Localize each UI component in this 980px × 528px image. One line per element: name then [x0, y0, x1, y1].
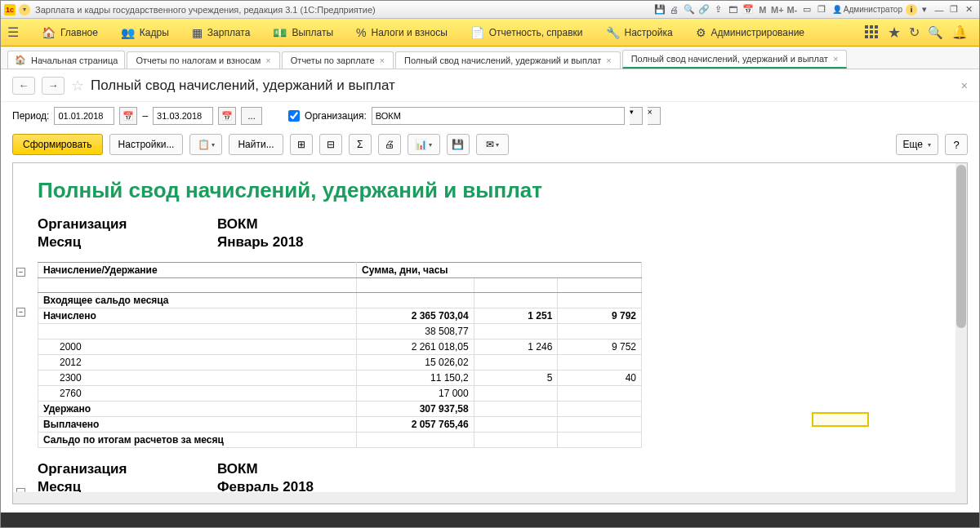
calc-icon[interactable]: 🗔 — [726, 3, 741, 16]
doc-icon: 📄 — [470, 26, 484, 39]
filters-row: Период: 📅 – 📅 ... Организация: ▾ × — [1, 102, 979, 130]
date-from-input[interactable] — [54, 107, 114, 125]
org-input[interactable] — [372, 107, 625, 125]
table-row: 38 508,77 — [38, 324, 642, 339]
apps-grid-icon[interactable] — [865, 25, 880, 40]
collapse-tree-icon[interactable]: ⊟ — [319, 134, 342, 155]
chart-dropdown[interactable]: 📊▾ — [408, 134, 440, 155]
period-label: Период: — [12, 110, 49, 122]
tree-collapse-1[interactable]: − — [16, 268, 25, 277]
table-row: 276017 000 — [38, 386, 642, 402]
minimize-icon[interactable]: — — [932, 3, 947, 16]
table-row: 20002 261 018,051 2469 752 — [38, 339, 642, 355]
print-button[interactable]: 🖨 — [378, 134, 401, 155]
search-icon[interactable]: 🔍 — [682, 3, 697, 16]
tab-0[interactable]: Отчеты по налогам и взносам× — [127, 51, 279, 69]
help-button[interactable]: ? — [945, 134, 968, 155]
info-icon[interactable]: i — [906, 4, 917, 16]
table-row: 201215 026,02 — [38, 355, 642, 370]
user-label[interactable]: 👤Администратор — [829, 5, 906, 14]
settings-button[interactable]: Настройки... — [109, 134, 184, 155]
window-icon[interactable]: ▭ — [800, 3, 814, 16]
favorite-star-icon[interactable]: ☆ — [71, 77, 84, 95]
menu-admin[interactable]: ⚙Администрирование — [684, 19, 816, 47]
maximize-icon[interactable]: ❐ — [947, 3, 961, 16]
bell-icon[interactable]: 🔔 — [951, 24, 968, 40]
calendar-icon[interactable]: 📅 — [741, 3, 755, 16]
upload-icon[interactable]: ⇪ — [711, 3, 726, 16]
date-from-picker[interactable]: 📅 — [119, 107, 137, 125]
vertical-scrollbar[interactable] — [956, 163, 967, 504]
m-minus-button[interactable]: M- — [785, 3, 800, 16]
toolbar: Сформировать Настройки... 📋▾ Найти... ⊞ … — [1, 130, 979, 159]
generate-button[interactable]: Сформировать — [12, 134, 103, 155]
menu-salary[interactable]: ▦Зарплата — [180, 19, 262, 47]
selected-cell[interactable] — [812, 412, 869, 427]
menu-reports[interactable]: 📄Отчетность, справки — [459, 19, 595, 47]
home-icon: 🏠 — [42, 26, 56, 39]
report-title: Полный свод начислений, удержаний и выпл… — [38, 178, 942, 203]
save-icon[interactable]: 💾 — [653, 3, 667, 16]
mail-dropdown[interactable]: ✉▾ — [476, 134, 509, 155]
menu-staff[interactable]: 👥Кадры — [109, 19, 180, 47]
tab-home[interactable]: 🏠Начальная страница — [7, 51, 125, 69]
tab-close-3[interactable]: × — [833, 54, 838, 64]
find-button[interactable]: Найти... — [229, 134, 283, 155]
tab-2[interactable]: Полный свод начислений, удержаний и выпл… — [395, 51, 621, 69]
search-menu-icon[interactable]: 🔍 — [928, 25, 943, 40]
org-clear[interactable]: × — [648, 107, 661, 125]
table-icon: ▦ — [192, 26, 203, 39]
menu-settings[interactable]: 🔧Настройка — [595, 19, 684, 47]
month-meta-value: Январь 2018 — [217, 234, 304, 251]
footer-bar — [1, 512, 979, 527]
nav-back-button[interactable]: ← — [12, 77, 35, 95]
app-icon: 1c — [4, 4, 16, 16]
org-dropdown[interactable]: ▾ — [630, 107, 643, 125]
star-icon[interactable]: ★ — [888, 24, 901, 42]
table-row: 230011 150,2540 — [38, 370, 642, 386]
tab-close-1[interactable]: × — [380, 55, 385, 65]
windows-icon[interactable]: ❐ — [814, 3, 829, 16]
period-more-button[interactable]: ... — [241, 107, 262, 125]
tabs-bar: 🏠Начальная страница Отчеты по налогам и … — [1, 47, 979, 69]
more-button[interactable]: Еще▾ — [896, 134, 938, 155]
page-title: Полный свод начислений, удержаний и выпл… — [91, 78, 395, 94]
month-meta-label: Месяц — [38, 234, 217, 251]
tab-3[interactable]: Полный свод начислений, удержаний и выпл… — [622, 50, 848, 69]
table-row: Сальдо по итогам расчетов за месяц — [38, 433, 642, 448]
page-close-icon[interactable]: × — [961, 79, 968, 92]
date-to-picker[interactable]: 📅 — [218, 107, 236, 125]
people-icon: 👥 — [121, 26, 135, 39]
org-label: Организация: — [305, 110, 367, 122]
nav-fwd-button[interactable]: → — [42, 77, 65, 95]
menu-main[interactable]: 🏠Главное — [30, 19, 109, 47]
org-meta-label-2: Организация — [38, 461, 217, 477]
app-menu-dropdown[interactable]: ▾ — [19, 4, 30, 16]
menu-payments[interactable]: 💵Выплаты — [261, 19, 345, 47]
horizontal-scrollbar[interactable] — [13, 492, 956, 504]
tab-1[interactable]: Отчеты по зарплате× — [282, 51, 394, 69]
tab-close-0[interactable]: × — [265, 55, 270, 65]
org-checkbox[interactable] — [288, 110, 300, 122]
info-dropdown[interactable]: ▾ — [917, 3, 932, 16]
gear-icon: ⚙ — [696, 26, 706, 39]
m-button[interactable]: M — [755, 3, 770, 16]
close-icon[interactable]: ✕ — [961, 3, 976, 16]
save-report-icon[interactable]: 💾 — [447, 134, 470, 155]
sum-icon[interactable]: Σ — [349, 134, 372, 155]
menu-taxes[interactable]: %Налоги и взносы — [345, 19, 459, 47]
tab-close-2[interactable]: × — [606, 55, 611, 65]
link-icon[interactable]: 🔗 — [697, 3, 711, 16]
date-to-input[interactable] — [153, 107, 213, 125]
burger-icon[interactable]: ☰ — [7, 24, 24, 40]
tree-collapse-2[interactable]: − — [16, 308, 25, 317]
table-row: Удержано307 937,58 — [38, 402, 642, 417]
expand-tree-icon[interactable]: ⊞ — [290, 134, 313, 155]
table-row: Входящее сальдо месяца — [38, 293, 642, 308]
org-meta-value: ВОКМ — [217, 216, 258, 233]
m-plus-button[interactable]: M+ — [770, 3, 785, 16]
copy-dropdown[interactable]: 📋▾ — [189, 134, 222, 155]
history-icon[interactable]: ↻ — [909, 24, 920, 40]
print-icon[interactable]: 🖨 — [667, 3, 682, 16]
app-title: Зарплата и кадры государственного учрежд… — [35, 5, 376, 15]
